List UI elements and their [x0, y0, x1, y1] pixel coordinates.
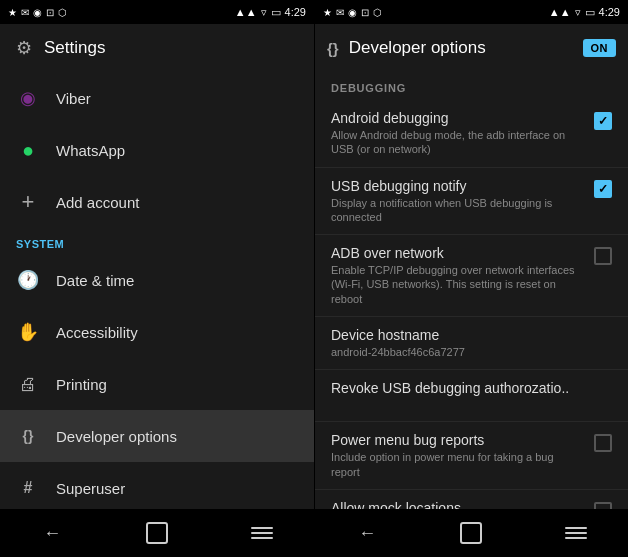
viber-icon-right: ◉	[348, 7, 357, 18]
status-bar-right: ★ ✉ ◉ ⊡ ⬡ ▲▲ ▿ ▭ 4:29	[315, 0, 628, 24]
android-debugging-checkbox[interactable]	[594, 112, 612, 130]
settings-header-icon: ⚙	[16, 37, 32, 59]
viber-label: Viber	[56, 90, 91, 107]
date-time-icon: 🕐	[16, 268, 40, 292]
printing-label: Printing	[56, 376, 107, 393]
power-menu-bug-sub: Include option in power menu for taking …	[331, 450, 582, 479]
left-panel: ★ ✉ ◉ ⊡ ⬡ ▲▲ ▿ ▭ 4:29 ⚙ Settings ◉ Viber…	[0, 0, 314, 557]
usb-debugging-notify-checkbox[interactable]	[594, 180, 612, 198]
android-debugging-sub: Allow Android debug mode, the adb interf…	[331, 128, 582, 157]
status-icons-left: ★ ✉ ◉ ⊡ ⬡	[8, 7, 67, 18]
menu-item-date-time[interactable]: 🕐 Date & time	[0, 254, 314, 306]
android-debugging-item[interactable]: Android debugging Allow Android debug mo…	[315, 100, 628, 168]
add-account-icon: +	[16, 190, 40, 214]
status-right-left: ▲▲ ▿ ▭ 4:29	[235, 6, 306, 19]
adb-over-network-sub: Enable TCP/IP debugging over network int…	[331, 263, 582, 306]
menu-item-superuser[interactable]: # Superuser	[0, 462, 314, 509]
recent-button-right[interactable]	[551, 517, 601, 549]
status-right-right: ▲▲ ▿ ▭ 4:29	[549, 6, 620, 19]
home-icon-right	[460, 522, 482, 544]
power-menu-bug-item[interactable]: Power menu bug reports Include option in…	[315, 422, 628, 490]
allow-mock-locations-checkbox[interactable]	[594, 502, 612, 509]
developer-options-icon: {}	[16, 424, 40, 448]
home-icon-left	[146, 522, 168, 544]
menu-item-developer-options[interactable]: {} Developer options	[0, 410, 314, 462]
star-icon: ★	[8, 7, 17, 18]
right-panel: ★ ✉ ◉ ⊡ ⬡ ▲▲ ▿ ▭ 4:29 {} Developer optio…	[314, 0, 628, 557]
device-hostname-text: Device hostname android-24bbacf46c6a7277	[331, 327, 612, 359]
usb-debugging-notify-title: USB debugging notify	[331, 178, 582, 194]
developer-content: DEBUGGING Android debugging Allow Androi…	[315, 72, 628, 509]
time-left: 4:29	[285, 6, 306, 18]
adb-over-network-item[interactable]: ADB over network Enable TCP/IP debugging…	[315, 235, 628, 317]
superuser-label: Superuser	[56, 480, 125, 497]
star-icon-right: ★	[323, 7, 332, 18]
back-icon-right: ←	[358, 523, 376, 544]
allow-mock-locations-item[interactable]: Allow mock locations Allow mock location…	[315, 490, 628, 509]
developer-options-label: Developer options	[56, 428, 177, 445]
allow-mock-locations-text: Allow mock locations Allow mock location…	[331, 500, 582, 509]
debugging-section-label: DEBUGGING	[315, 72, 628, 100]
back-button-left[interactable]: ←	[27, 517, 77, 549]
back-icon-left: ←	[43, 523, 61, 544]
developer-header: {} Developer options ON	[315, 24, 628, 72]
dev-header-icon: {}	[327, 40, 339, 57]
adb-over-network-checkbox[interactable]	[594, 247, 612, 265]
superuser-icon: #	[16, 476, 40, 500]
time-right: 4:29	[599, 6, 620, 18]
wifi-icon-right: ▿	[575, 6, 581, 19]
device-hostname-item[interactable]: Device hostname android-24bbacf46c6a7277	[315, 317, 628, 370]
menu-item-viber[interactable]: ◉ Viber	[0, 72, 314, 124]
battery-icon-right: ▭	[585, 6, 595, 19]
device-hostname-title: Device hostname	[331, 327, 612, 343]
bottom-nav-left: ←	[0, 509, 314, 557]
status-bar-left: ★ ✉ ◉ ⊡ ⬡ ▲▲ ▿ ▭ 4:29	[0, 0, 314, 24]
home-button-left[interactable]	[132, 517, 182, 549]
msg-icon-right: ✉	[336, 7, 344, 18]
extra-icon: ⬡	[58, 7, 67, 18]
settings-title: Settings	[44, 38, 105, 58]
accessibility-icon: ✋	[16, 320, 40, 344]
revoke-usb-item[interactable]: Revoke USB debugging authorozatio..	[315, 370, 628, 422]
accessibility-label: Accessibility	[56, 324, 138, 341]
revoke-usb-title: Revoke USB debugging authorozatio..	[331, 380, 612, 396]
bottom-nav-right: ←	[315, 509, 628, 557]
whatsapp-label: WhatsApp	[56, 142, 125, 159]
menu-item-accessibility[interactable]: ✋ Accessibility	[0, 306, 314, 358]
power-menu-bug-title: Power menu bug reports	[331, 432, 582, 448]
usb-debugging-notify-text: USB debugging notify Display a notificat…	[331, 178, 582, 225]
recent-icon-right	[565, 527, 587, 539]
device-hostname-sub: android-24bbacf46c6a7277	[331, 345, 612, 359]
recent-button-left[interactable]	[237, 517, 287, 549]
whatsapp-menu-icon: ●	[16, 138, 40, 162]
usb-debugging-notify-item[interactable]: USB debugging notify Display a notificat…	[315, 168, 628, 236]
developer-options-title: Developer options	[349, 38, 573, 58]
add-account-label: Add account	[56, 194, 139, 211]
date-time-label: Date & time	[56, 272, 134, 289]
viber-menu-icon: ◉	[16, 86, 40, 110]
revoke-usb-text: Revoke USB debugging authorozatio..	[331, 380, 612, 398]
developer-toggle[interactable]: ON	[583, 39, 617, 57]
menu-item-printing[interactable]: 🖨 Printing	[0, 358, 314, 410]
msg-icon: ✉	[21, 7, 29, 18]
menu-item-whatsapp[interactable]: ● WhatsApp	[0, 124, 314, 176]
extra-icon-right: ⊡	[361, 7, 369, 18]
home-button-right[interactable]	[446, 517, 496, 549]
system-section-label: SYSTEM	[0, 228, 314, 254]
usb-debugging-notify-sub: Display a notification when USB debuggin…	[331, 196, 582, 225]
viber-icon: ◉	[33, 7, 42, 18]
menu-item-add-account[interactable]: + Add account	[0, 176, 314, 228]
allow-mock-locations-title: Allow mock locations	[331, 500, 582, 509]
back-button-right[interactable]: ←	[342, 517, 392, 549]
power-menu-bug-checkbox[interactable]	[594, 434, 612, 452]
android-debugging-title: Android debugging	[331, 110, 582, 126]
settings-header: ⚙ Settings	[0, 24, 314, 72]
wifi-icon: ▿	[261, 6, 267, 19]
adb-over-network-text: ADB over network Enable TCP/IP debugging…	[331, 245, 582, 306]
extra2-icon-right: ⬡	[373, 7, 382, 18]
whatsapp-icon: ⊡	[46, 7, 54, 18]
printing-icon: 🖨	[16, 372, 40, 396]
android-debugging-text: Android debugging Allow Android debug mo…	[331, 110, 582, 157]
signal-icon: ▲▲	[235, 6, 257, 18]
status-icons-right: ★ ✉ ◉ ⊡ ⬡	[323, 7, 382, 18]
